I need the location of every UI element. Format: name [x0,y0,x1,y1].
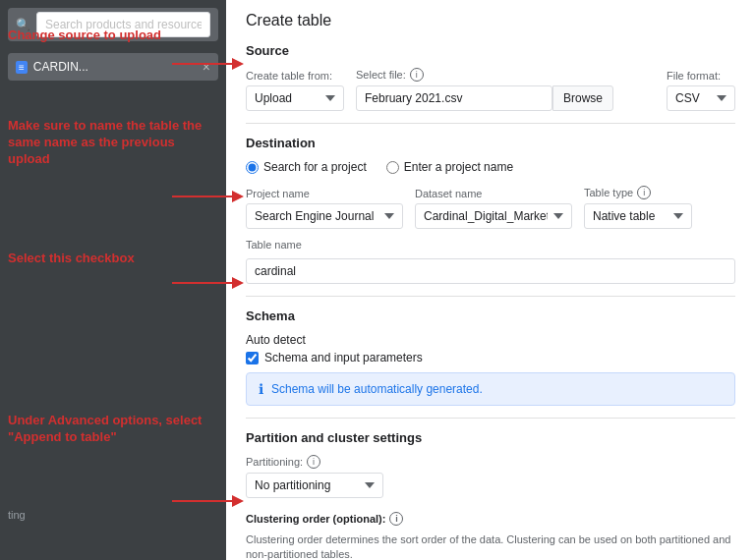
partitioning-label: Partitioning: i [246,455,735,469]
file-input-container: Browse [356,85,655,111]
radio-search-project[interactable]: Search for a project [246,160,367,174]
destination-radio-group: Search for a project Enter a project nam… [246,160,735,174]
schema-info-text: Schema will be automatically generated. [271,382,483,396]
page-title: Create table [246,12,735,29]
source-section-title: Source [246,43,735,58]
dataset-name-group: Dataset name Cardinal_Digital_Marketing [415,188,572,229]
create-table-from-group: Create table from: Upload Google Cloud S… [246,70,344,111]
schema-info-box: ℹ Schema will be automatically generated… [246,372,735,406]
create-table-from-select[interactable]: Upload Google Cloud Storage Drive BigQue… [246,85,344,111]
radio-enter-label: Enter a project name [404,160,513,174]
annotation-table-name: Make sure to name the table the same nam… [8,118,204,168]
partitioning-info-icon[interactable]: i [307,455,320,469]
dataset-name-label: Dataset name [415,188,572,199]
clustering-desc: Clustering order determines the sort ord… [246,532,735,560]
destination-row: Project name Search Engine Journal Datas… [246,186,735,229]
clustering-group: Clustering order (optional): i Clusterin… [246,512,735,560]
file-format-group: File format: CSV JSON Avro Parquet [667,70,735,111]
table-type-label: Table type i [584,186,692,199]
sidebar: 🔍 ≡ CARDIN... × Change source to upload … [0,0,226,560]
schema-checkbox[interactable] [246,352,259,364]
create-table-from-label: Create table from: [246,70,344,82]
browse-button[interactable]: Browse [552,85,613,111]
table-name-input[interactable] [246,258,735,284]
file-format-select[interactable]: CSV JSON Avro Parquet [667,85,735,111]
tab-icon: ≡ [16,61,28,74]
table-type-info-icon[interactable]: i [637,186,651,199]
select-file-group: Select file: i Browse [356,68,655,111]
schema-checkbox-label[interactable]: Schema and input parameters [246,351,735,364]
select-file-info-icon[interactable]: i [410,68,424,82]
table-type-group: Table type i Native table External table [584,186,692,229]
schema-checkbox-text: Schema and input parameters [264,351,423,364]
dataset-name-select[interactable]: Cardinal_Digital_Marketing [415,203,572,229]
divider-3 [246,418,735,419]
destination-section-title: Destination [246,136,735,150]
table-name-group: Table name [246,239,735,284]
radio-enter-input[interactable] [386,161,399,174]
schema-section-title: Schema [246,308,735,323]
partitioning-group: Partitioning: i No partitioning Integer … [246,455,735,498]
project-name-group: Project name Search Engine Journal [246,188,403,229]
arrow-3 [167,263,246,303]
tab-label: CARDIN... [33,60,88,74]
file-format-label: File format: [667,70,735,82]
arrow-2 [167,177,246,216]
clustering-info-icon[interactable]: i [389,512,403,526]
arrow-1 [167,39,246,88]
main-panel: Create table Source Create table from: U… [226,0,755,560]
arrow-4 [167,481,246,521]
annotation-advanced-options: Under Advanced options, select "Append t… [8,413,204,446]
radio-search-input[interactable] [246,161,259,174]
partitioning-select[interactable]: No partitioning Integer range Day Month … [246,473,383,498]
file-name-input[interactable] [356,85,552,111]
table-name-label: Table name [246,239,735,251]
project-name-select[interactable]: Search Engine Journal [246,203,403,229]
divider-2 [246,296,735,297]
radio-search-label: Search for a project [263,160,367,174]
sidebar-bottom-text: ting [8,509,26,521]
partition-section-title: Partition and cluster settings [246,430,735,445]
table-type-select[interactable]: Native table External table [584,203,692,229]
project-name-label: Project name [246,188,403,199]
source-row: Create table from: Upload Google Cloud S… [246,68,735,111]
divider-1 [246,123,735,124]
radio-enter-project[interactable]: Enter a project name [386,160,513,174]
select-file-label: Select file: i [356,68,655,82]
info-circle-icon: ℹ [259,381,263,397]
clustering-label: Clustering order (optional): i [246,512,735,526]
auto-detect-label: Auto detect [246,333,735,347]
